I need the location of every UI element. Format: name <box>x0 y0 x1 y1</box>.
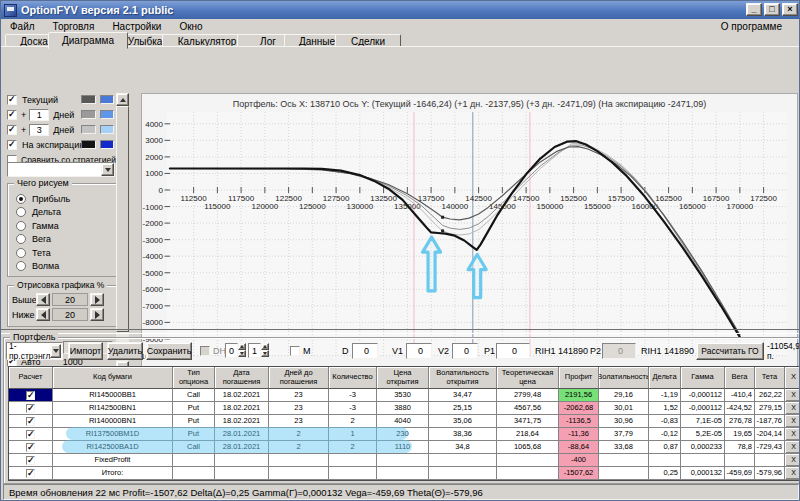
row-calc-checkbox[interactable] <box>26 443 35 452</box>
row-calc-checkbox[interactable] <box>26 404 35 413</box>
cell-c12: 5,2E-05 <box>681 428 725 441</box>
dh-spinner-2[interactable]: 1 <box>248 342 267 360</box>
radio-гамма[interactable] <box>16 221 26 231</box>
cell-c5: -3 <box>329 402 377 415</box>
menu-item-about[interactable]: О программе <box>712 19 791 33</box>
cell-c5: -3 <box>329 389 377 402</box>
radio-row-гамма[interactable]: Гамма <box>16 219 108 232</box>
cell-c8 <box>497 454 559 467</box>
column-header-4[interactable]: Дней до погашения <box>269 367 329 389</box>
cell-c9: -2062,68 <box>559 402 599 415</box>
svg-text:140000: 140000 <box>441 202 468 211</box>
table-row[interactable]: FixedProfit-400X <box>9 454 800 467</box>
series-checkbox-2[interactable] <box>7 125 17 135</box>
column-header-15[interactable]: X <box>785 367 800 389</box>
strategy-preset-combo[interactable]: 1-пр.стрэнгл <box>6 342 63 360</box>
cell-c12: 0,000233 <box>681 441 725 454</box>
cell-c1: Итого: <box>53 467 173 480</box>
p1-input[interactable]: 0 <box>496 343 530 359</box>
column-header-7[interactable]: Волатильность открытия <box>429 367 497 389</box>
tab-диаграмма[interactable]: Диаграмма <box>48 32 128 49</box>
row-delete-button[interactable]: X <box>785 415 800 428</box>
scroll-up-icon[interactable] <box>116 93 129 106</box>
dh-spinner-1[interactable]: 0 <box>225 342 244 360</box>
menu-item-0[interactable]: Файл <box>1 19 44 33</box>
strategy-combo-dropdown-icon[interactable] <box>101 163 114 176</box>
table-row[interactable]: Итого:-1507,620,250,000132-459,69-579,96… <box>9 467 800 480</box>
range-decrease-button[interactable] <box>36 293 50 306</box>
column-header-5[interactable]: Количество <box>329 367 377 389</box>
radio-row-прибыль[interactable]: Прибыль <box>16 192 108 205</box>
m-checkbox[interactable] <box>290 346 300 356</box>
cell-c10: 29,16 <box>599 389 649 402</box>
column-header-14[interactable]: Тета <box>755 367 785 389</box>
radio-row-волма[interactable]: Волма <box>16 260 108 273</box>
row-delete-button[interactable]: X <box>785 389 800 402</box>
radio-прибыль[interactable] <box>16 194 26 204</box>
row-delete-button[interactable]: X <box>785 428 800 441</box>
range-increase-button[interactable] <box>90 293 104 306</box>
row-delete-button[interactable]: X <box>785 467 800 480</box>
radio-тета[interactable] <box>16 248 26 258</box>
range-decrease-button[interactable] <box>36 308 50 321</box>
column-header-12[interactable]: Гамма <box>681 367 725 389</box>
strategy-combo[interactable] <box>7 162 115 177</box>
row-calc-checkbox[interactable] <box>26 469 35 478</box>
delete-button[interactable]: Удалить <box>107 342 143 360</box>
combo-dropdown-icon[interactable] <box>50 344 61 358</box>
range-increase-button[interactable] <box>90 308 104 321</box>
import-button[interactable]: Импорт <box>68 342 103 360</box>
scroll-thumb[interactable] <box>116 106 129 332</box>
dh-toggle[interactable]: DH <box>200 342 226 360</box>
m-toggle[interactable]: М <box>290 342 311 360</box>
save-button[interactable]: Сохранить <box>146 342 192 360</box>
dh-checkbox[interactable] <box>200 346 210 356</box>
menu-item-2[interactable]: Настройки <box>103 19 170 33</box>
row-calc-checkbox[interactable] <box>26 456 35 465</box>
radio-вега[interactable] <box>16 234 26 244</box>
column-header-8[interactable]: Теоретическая цена <box>497 367 559 389</box>
series-swatch-alt <box>100 125 114 134</box>
series-days-input-2[interactable]: 3 <box>29 124 49 136</box>
maximize-button[interactable]: □ <box>764 3 780 16</box>
cell-c3 <box>215 467 269 480</box>
minimize-button[interactable]: _ <box>746 3 762 16</box>
range-value: 20 <box>52 293 88 306</box>
column-header-11[interactable]: Дельта <box>649 367 681 389</box>
radio-row-дельта[interactable]: Дельта <box>16 206 108 219</box>
calc-go-button[interactable]: Рассчитать ГО <box>696 342 764 360</box>
close-button[interactable]: × <box>782 3 798 16</box>
column-header-0[interactable]: Расчет <box>9 367 53 389</box>
column-header-2[interactable]: Тип опциона <box>173 367 215 389</box>
row-calc-checkbox[interactable] <box>26 417 35 426</box>
v1-input[interactable]: 0 <box>406 343 432 359</box>
row-calc-checkbox[interactable] <box>26 391 35 400</box>
menu-item-1[interactable]: Торговля <box>44 19 104 33</box>
row-calc-checkbox[interactable] <box>26 430 35 439</box>
radio-волма[interactable] <box>16 261 26 271</box>
radio-дельта[interactable] <box>16 207 26 217</box>
cell-c9: -400 <box>559 454 599 467</box>
column-header-10[interactable]: Волатильность <box>599 367 649 389</box>
series-days-input-1[interactable]: 1 <box>29 109 49 121</box>
column-header-13[interactable]: Вега <box>725 367 755 389</box>
column-header-6[interactable]: Цена открытия <box>377 367 429 389</box>
radio-row-тета[interactable]: Тета <box>16 246 108 259</box>
column-header-3[interactable]: Дата погашения <box>215 367 269 389</box>
d-input[interactable]: 0 <box>352 343 378 359</box>
table-row[interactable]: RI142500BN1Put18.02.202123-3388025,15456… <box>9 402 800 415</box>
series-checkbox-3[interactable] <box>7 140 17 150</box>
column-header-1[interactable]: Код бумаги <box>53 367 173 389</box>
series-checkbox-1[interactable] <box>7 110 17 120</box>
range-group-title: Отрисовка графика % <box>14 280 107 290</box>
row-delete-button[interactable]: X <box>785 441 800 454</box>
v2-input[interactable]: 0 <box>452 343 478 359</box>
radio-row-вега[interactable]: Вега <box>16 233 108 246</box>
table-row[interactable]: RI145000BB1Call18.02.202123-3353034,4727… <box>9 389 800 402</box>
menu-item-3[interactable]: Окно <box>170 19 211 33</box>
row-delete-button[interactable]: X <box>785 454 800 467</box>
row-delete-button[interactable]: X <box>785 402 800 415</box>
column-header-9[interactable]: Профит <box>559 367 599 389</box>
cell-c12: 0,000132 <box>681 467 725 480</box>
series-checkbox-0[interactable] <box>7 95 17 105</box>
